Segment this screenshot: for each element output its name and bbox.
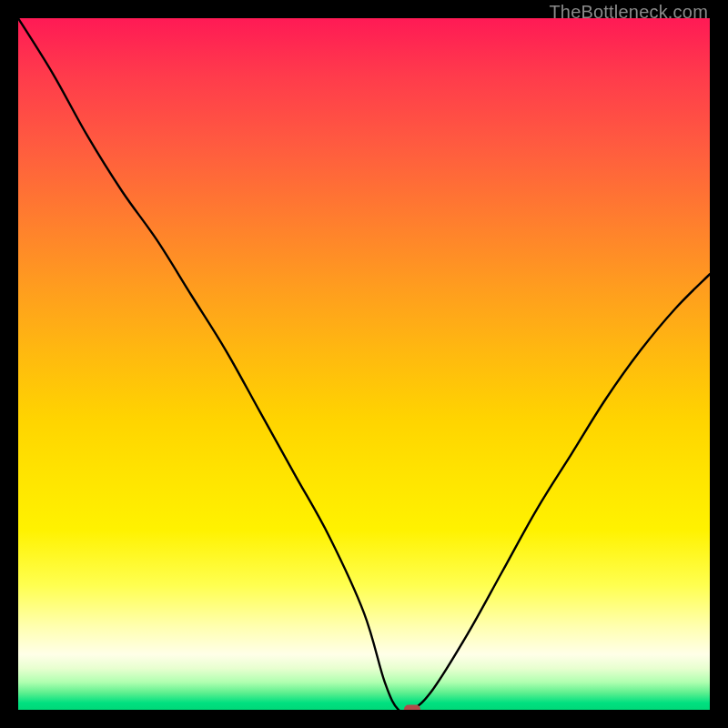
optimum-marker xyxy=(404,705,420,711)
plot-area xyxy=(18,18,710,710)
chart-frame: TheBottleneck.com xyxy=(0,0,728,728)
bottleneck-curve xyxy=(18,18,710,710)
curve-path xyxy=(18,18,710,710)
